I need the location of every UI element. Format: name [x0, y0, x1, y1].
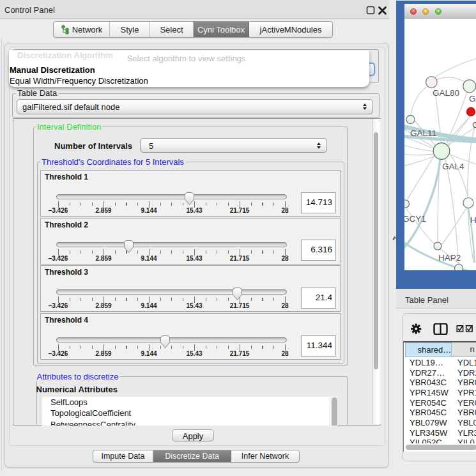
svg-text:GAL80: GAL80 [433, 88, 459, 98]
svg-text:H: H [470, 215, 476, 225]
svg-text:HAP2: HAP2 [438, 253, 461, 263]
svg-text:GAL4: GAL4 [442, 162, 464, 171]
svg-text:C: C [472, 120, 476, 130]
svg-text:GAL11: GAL11 [410, 128, 436, 138]
svg-text:GCY1: GCY1 [404, 214, 426, 224]
svg-text:GA: GA [469, 94, 476, 104]
